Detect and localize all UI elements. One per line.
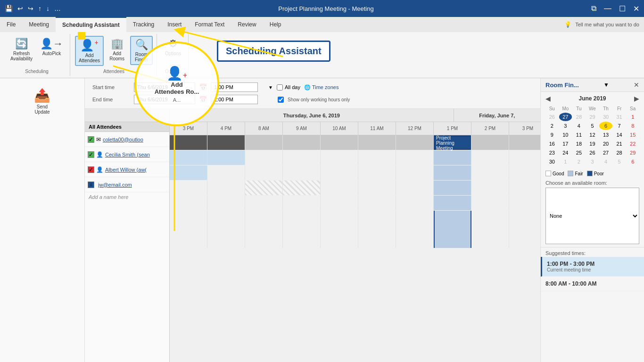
tab-tracking[interactable]: Tracking — [126, 17, 161, 32]
start-date-input[interactable]: Thu 6/6/2019 — [134, 82, 195, 92]
cal-day[interactable]: 18 — [572, 140, 586, 148]
cal-day[interactable]: 24 — [559, 148, 572, 157]
cal-day[interactable]: 15 — [626, 131, 639, 139]
options-button[interactable]: ⚙ Options — [162, 36, 184, 58]
cal-day[interactable]: 25 — [572, 148, 586, 157]
cal-day[interactable]: 14 — [613, 131, 626, 139]
tab-scheduling-assistant[interactable]: Scheduling Assistant — [56, 17, 126, 32]
cal-day[interactable]: 29 — [626, 148, 639, 157]
cal-day[interactable]: 30 — [545, 157, 559, 166]
cal-day[interactable]: 19 — [586, 140, 599, 148]
cal-day[interactable]: 4 — [599, 157, 612, 166]
cal-day[interactable]: 30 — [599, 113, 612, 121]
end-time-input[interactable]: 2:00 PM — [211, 95, 258, 104]
save-button[interactable]: 💾 — [5, 5, 13, 12]
cal-day[interactable]: 2 — [572, 157, 586, 166]
add-name-field[interactable]: Add a name here — [85, 192, 169, 202]
suggested-time-2[interactable]: 8:00 AM - 10:00 AM — [541, 277, 644, 291]
undo-button[interactable]: ↩ — [17, 5, 23, 12]
cal-day[interactable]: 3 — [586, 157, 599, 166]
time-zones-button[interactable]: 🌐 Time zones — [304, 84, 339, 90]
autopick-button[interactable]: 👤→ AutoPick — [37, 36, 66, 58]
more-button[interactable]: … — [54, 5, 61, 12]
add-rooms-icon: 🏢 — [111, 38, 124, 50]
cal-day[interactable]: 1 — [559, 157, 572, 166]
cal-day[interactable]: 4 — [572, 122, 586, 130]
prev-month-button[interactable]: ◀ — [545, 95, 551, 102]
quick-access-toolbar: 💾 ↩ ↪ ↑ ↓ … — [5, 5, 61, 12]
free-slot — [207, 196, 245, 210]
cal-day[interactable]: 11 — [572, 131, 586, 139]
cal-day[interactable]: 17 — [559, 140, 572, 148]
room-select[interactable]: None — [545, 188, 639, 244]
cal-day[interactable]: 16 — [545, 140, 559, 148]
attendee-albert[interactable]: Albert Willow (aw( — [105, 167, 147, 173]
room-finder-dropdown-icon[interactable]: ▼ — [603, 82, 609, 88]
end-date-input[interactable]: Thu 6/6/2019 — [134, 95, 195, 104]
cal-day[interactable]: 7 — [613, 122, 626, 130]
free-slot — [321, 165, 358, 180]
attendee-row: ✓ ✉ coletta00@outloo — [85, 132, 169, 147]
cal-day[interactable]: 3 — [559, 122, 572, 130]
close-button[interactable]: ✕ — [633, 4, 639, 13]
timeline-area[interactable]: 3 PM 4 PM 8 AM 9 AM 10 AM 11 AM 12 PM 1 … — [170, 122, 540, 362]
room-finder-close-button[interactable]: ✕ — [634, 81, 639, 89]
up-button[interactable]: ↑ — [38, 5, 41, 12]
minimize-button[interactable]: — — [604, 4, 611, 13]
tab-meeting[interactable]: Meeting — [22, 17, 56, 32]
attendee-cecilia[interactable]: Cecilia Smith (sean — [105, 152, 150, 157]
cal-day[interactable]: 10 — [559, 131, 572, 139]
cal-day[interactable]: 5 — [586, 122, 599, 130]
suggested-time-current[interactable]: 1:00 PM - 3:00 PM Current meeting time — [541, 257, 644, 277]
restore-button[interactable]: ⧉ — [591, 4, 596, 13]
all-day-checkbox[interactable]: All day — [277, 84, 300, 90]
tab-file[interactable]: File — [0, 17, 22, 32]
cal-day[interactable]: 26 — [545, 113, 559, 121]
meeting-block: Project Planning Meeting — [434, 136, 471, 149]
cal-day-selected[interactable]: 6 — [599, 122, 612, 130]
cal-day[interactable]: 22 — [626, 140, 639, 148]
free-slot — [245, 135, 283, 150]
cal-day[interactable]: 23 — [545, 148, 559, 157]
attendee-jw[interactable]: jw@email.com — [98, 182, 132, 188]
send-update-button[interactable]: 📤 SendUpdate — [25, 84, 59, 118]
cal-day[interactable]: 6 — [626, 157, 639, 166]
room-finder-button[interactable]: 🔍 RoomFinder — [130, 36, 153, 65]
cal-day[interactable]: 2 — [545, 122, 559, 130]
add-rooms-button[interactable]: 🏢 AddRooms — [106, 36, 128, 63]
maximize-button[interactable]: ☐ — [619, 4, 626, 13]
tab-format-text[interactable]: Format Text — [188, 17, 231, 32]
tab-review[interactable]: Review — [231, 17, 263, 32]
cal-day[interactable]: 9 — [545, 131, 559, 139]
cal-day[interactable]: 28 — [572, 113, 586, 121]
tab-help[interactable]: Help — [263, 17, 288, 32]
working-hours-check[interactable] — [278, 97, 284, 103]
down-button[interactable]: ↓ — [46, 5, 50, 12]
cal-day[interactable]: 1 — [626, 113, 639, 121]
cal-day[interactable]: 12 — [586, 131, 599, 139]
start-time-input[interactable]: 1:00 PM — [211, 82, 258, 92]
start-date-calendar-icon[interactable]: 📅 — [199, 83, 207, 91]
cal-day[interactable]: 20 — [599, 140, 612, 148]
all-day-check-input[interactable] — [277, 84, 283, 90]
dropdown-icon[interactable]: ▼ — [268, 85, 273, 90]
add-attendees-button[interactable]: 👤+ AddAttendees — [75, 36, 104, 66]
cal-day[interactable]: 8 — [626, 122, 639, 130]
next-month-button[interactable]: ▶ — [634, 95, 639, 102]
tab-insert[interactable]: Insert — [161, 17, 188, 32]
mini-cal-header: ◀ June 2019 ▶ — [545, 95, 639, 102]
cal-day[interactable]: 28 — [613, 148, 626, 157]
busy-slot — [207, 135, 245, 150]
attendee-coletta[interactable]: coletta00@outloo — [103, 137, 143, 142]
cal-day[interactable]: 26 — [586, 148, 599, 157]
cal-day-today[interactable]: 27 — [559, 113, 572, 121]
cal-day[interactable]: 5 — [613, 157, 626, 166]
cal-day[interactable]: 27 — [599, 148, 612, 157]
cal-day[interactable]: 29 — [586, 113, 599, 121]
cal-day[interactable]: 31 — [613, 113, 626, 121]
end-date-calendar-icon[interactable]: 📅 — [199, 96, 207, 103]
cal-day[interactable]: 13 — [599, 131, 612, 139]
cal-day[interactable]: 21 — [613, 140, 626, 148]
redo-button[interactable]: ↪ — [28, 5, 33, 12]
refresh-availability-button[interactable]: 🔄 RefreshAvailability — [8, 36, 35, 63]
